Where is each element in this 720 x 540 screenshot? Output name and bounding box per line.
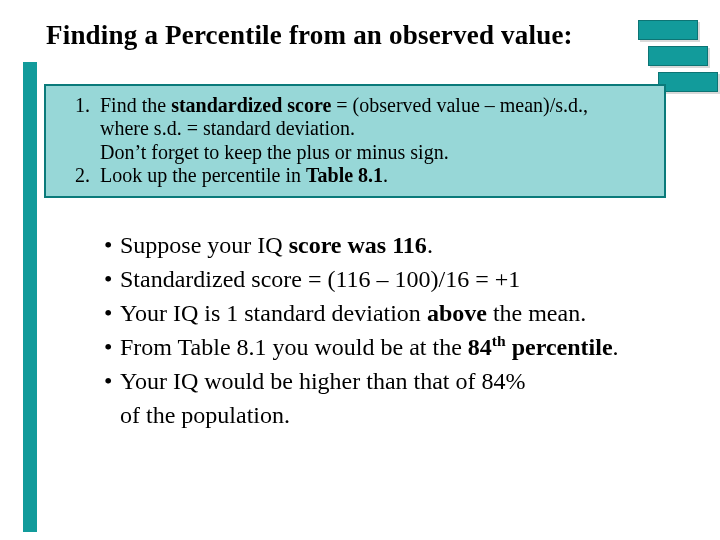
text: Find the (100, 94, 171, 116)
list-body: Your IQ is 1 standard deviation above th… (120, 296, 586, 330)
list-item: • From Table 8.1 you would be at the 84t… (104, 330, 619, 364)
text: Suppose your IQ (120, 232, 289, 258)
list-item: • Suppose your IQ score was 116. (104, 228, 619, 262)
text-strong: 84th percentile (468, 334, 613, 360)
list-body: Look up the percentile in Table 8.1. (100, 164, 588, 187)
list-item: • Your IQ is 1 standard deviation above … (104, 296, 619, 330)
text: 84 (468, 334, 492, 360)
ribbon-bar (638, 20, 698, 40)
bullet-dot: • (104, 228, 120, 262)
text: Your IQ would be higher than that of 84% (120, 368, 526, 394)
text: . (427, 232, 433, 258)
steps-callout-box: 1. Find the standardized score = (observ… (44, 84, 666, 198)
text-strong: above (427, 300, 487, 326)
text: Look up the percentile in (100, 164, 306, 186)
text: percentile (506, 334, 613, 360)
list-item: • Standardized score = (116 – 100)/16 = … (104, 262, 619, 296)
list-item: • Your IQ would be higher than that of 8… (104, 364, 619, 432)
text: of the population. (120, 402, 290, 428)
text-strong: Table 8.1 (306, 164, 383, 186)
text: From Table 8.1 you would be at the (120, 334, 468, 360)
list-number: 2. (56, 164, 100, 187)
list-body: From Table 8.1 you would be at the 84th … (120, 330, 619, 364)
list-item: 2. Look up the percentile in Table 8.1. (56, 164, 588, 187)
list-item: 1. Find the standardized score = (observ… (56, 94, 588, 164)
left-sidebar-accent (23, 62, 37, 532)
superscript: th (492, 332, 506, 349)
bullet-dot: • (104, 364, 120, 432)
bullet-dot: • (104, 330, 120, 364)
ribbon-bar (658, 72, 718, 92)
ribbon-bar (648, 46, 708, 66)
page-title: Finding a Percentile from an observed va… (46, 20, 573, 51)
text: = (observed value – mean)/s.d., (331, 94, 588, 116)
bullet-list: • Suppose your IQ score was 116. • Stand… (104, 228, 619, 432)
steps-list: 1. Find the standardized score = (observ… (56, 94, 588, 188)
list-body: Find the standardized score = (observed … (100, 94, 588, 164)
text-strong: standardized score (171, 94, 331, 116)
text: where s.d. = standard deviation. (100, 117, 355, 139)
list-body: Your IQ would be higher than that of 84%… (120, 364, 526, 432)
text-strong: score was 116 (289, 232, 427, 258)
bullet-dot: • (104, 296, 120, 330)
text: . (383, 164, 388, 186)
list-body: Standardized score = (116 – 100)/16 = +1 (120, 262, 520, 296)
text: the mean. (487, 300, 586, 326)
text: Standardized score = (116 – 100)/16 = +1 (120, 266, 520, 292)
bullet-dot: • (104, 262, 120, 296)
text: Your IQ is 1 standard deviation (120, 300, 427, 326)
list-number: 1. (56, 94, 100, 164)
text: Don’t forget to keep the plus or minus s… (100, 141, 449, 163)
text: . (613, 334, 619, 360)
list-body: Suppose your IQ score was 116. (120, 228, 433, 262)
